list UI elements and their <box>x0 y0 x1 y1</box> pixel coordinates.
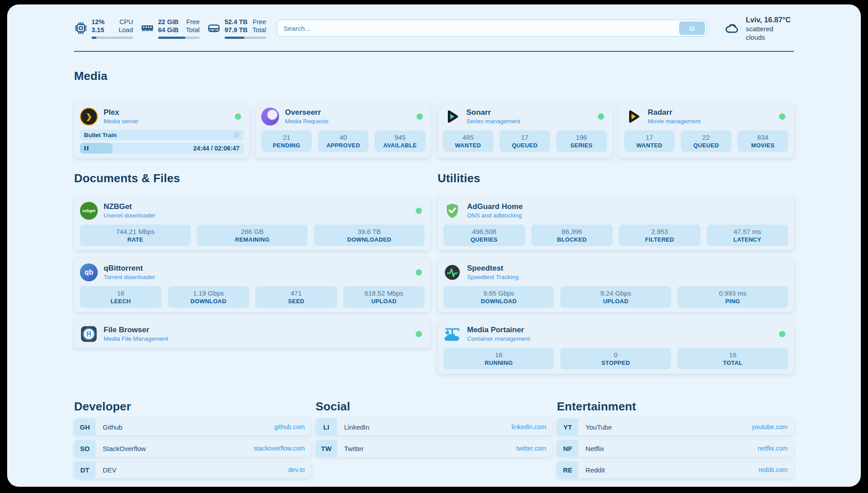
qbittorrent-name: qBittorrent <box>104 264 155 273</box>
search-input[interactable] <box>277 20 707 37</box>
link-stackoverflow[interactable]: SO StackOverflow stackoverflow.com <box>74 440 311 457</box>
disk-free-value: 52.4 TB <box>225 18 248 26</box>
adguard-icon <box>443 202 461 220</box>
link-youtube[interactable]: YT YouTube youtube.com <box>557 418 794 435</box>
player-settings-icon[interactable] <box>233 132 240 138</box>
nzbget-stat-remaining: 266 GB REMAINING <box>197 225 308 246</box>
top-bar: 12% 3.15 CPU Load <box>74 18 794 38</box>
qbittorrent-desc: Torrent downloader <box>104 273 155 281</box>
section-title-documents: Documents & Files <box>74 171 430 186</box>
speedtest-card[interactable]: Speedtest Speedtest Tracking 9.65 Gbps D… <box>438 258 794 312</box>
disk-icon <box>207 21 221 35</box>
cpu-widget: 12% 3.15 CPU Load <box>74 18 133 39</box>
radarr-stat-queued: 22 QUEUED <box>681 130 731 152</box>
cpu-usage-value: 12% <box>92 18 104 26</box>
qbittorrent-card[interactable]: qb qBittorrent Torrent downloader 16 LEE… <box>74 258 430 312</box>
speedtest-name: Speedtest <box>467 264 519 273</box>
linkedin-badge: LI <box>316 418 337 435</box>
filebrowser-icon <box>80 325 98 343</box>
sonarr-card[interactable]: Sonarr Series management 485 WANTED 17 Q… <box>437 102 613 158</box>
overseerr-card[interactable]: Overseerr Media Requests 21 PENDING 40 A… <box>255 102 431 158</box>
overseerr-status-dot <box>417 113 423 120</box>
sonarr-stat-series: 196 SERIES <box>556 130 607 152</box>
sonarr-name: Sonarr <box>467 108 521 117</box>
radarr-desc: Movie management <box>648 117 701 125</box>
section-title-developer: Developer <box>74 399 311 414</box>
sonarr-icon <box>443 108 461 125</box>
adguard-card[interactable]: AdGuard Home DNS and adblocking 498,508 … <box>438 196 794 251</box>
speedtest-icon <box>443 263 461 281</box>
now-playing-title: Bullet Train <box>84 132 117 138</box>
netflix-badge: NF <box>557 440 578 457</box>
nzbget-status-dot <box>416 208 422 214</box>
radarr-status-dot <box>779 113 785 120</box>
qbittorrent-stat-download: 1.19 Gbps DOWNLOAD <box>168 286 250 308</box>
portainer-card[interactable]: Media Portainer Container management 16 … <box>438 320 794 374</box>
radarr-stat-wanted: 17 WANTED <box>624 130 675 152</box>
link-twitter[interactable]: TW Twitter twitter.com <box>316 440 553 457</box>
link-github[interactable]: GH Github github.com <box>74 418 311 435</box>
section-title-utilities: Utilities <box>438 171 794 186</box>
ram-icon <box>141 21 154 35</box>
qbittorrent-icon: qb <box>80 263 98 281</box>
portainer-desc: Container management <box>467 335 530 343</box>
link-netflix[interactable]: NF Netflix netflix.com <box>557 440 794 457</box>
portainer-name: Media Portainer <box>467 326 530 334</box>
ram-total-label: Total <box>186 26 200 34</box>
plex-icon: ❯ <box>80 108 98 125</box>
plex-name: Plex <box>104 108 138 117</box>
sonarr-stat-queued: 17 QUEUED <box>500 130 550 152</box>
qbittorrent-stat-seed: 471 SEED <box>255 286 337 308</box>
portainer-stat-total: 16 TOTAL <box>677 348 788 369</box>
nzbget-desc: Usenet downloader <box>104 212 155 219</box>
overseerr-stat-pending: 21 PENDING <box>261 130 312 152</box>
radarr-stat-movies: 834 MOVIES <box>738 130 788 152</box>
link-linkedin[interactable]: LI LinkedIn linkedin.com <box>316 418 553 435</box>
pause-icon <box>84 146 88 150</box>
speedtest-stat-ping: 0.993 ms PING <box>677 286 788 308</box>
adguard-stat-blocked: 86,396 BLOCKED <box>531 225 613 246</box>
portainer-icon <box>443 325 461 343</box>
plex-card[interactable]: ❯ Plex Media server Bullet Train <box>74 102 250 158</box>
plex-desc: Media server <box>104 117 138 125</box>
qbittorrent-status-dot <box>416 269 422 276</box>
search-engine-button[interactable]: G <box>679 21 705 35</box>
filebrowser-status-dot <box>416 331 422 337</box>
sonarr-desc: Series management <box>467 117 521 125</box>
adguard-stat-latency: 47.57 ms LATENCY <box>707 225 789 246</box>
overseerr-desc: Media Requests <box>285 117 329 125</box>
nzbget-card[interactable]: nzbget NZBGet Usenet downloader 744.21 M… <box>74 196 430 251</box>
link-dev[interactable]: DT DEV dev.to <box>74 461 311 478</box>
disk-free-label: Free <box>252 18 266 26</box>
disk-total-label: Total <box>252 26 266 34</box>
sonarr-stat-wanted: 485 WANTED <box>443 130 493 152</box>
portainer-stat-running: 16 RUNNING <box>443 348 554 369</box>
cloud-icon <box>724 21 740 36</box>
section-title-media: Media <box>74 68 794 84</box>
search-bar: G <box>277 20 707 37</box>
disk-total-value: 97.9 TB <box>225 26 248 34</box>
ram-free-value: 22 GiB <box>158 18 179 26</box>
cpu-label: CPU <box>119 18 133 26</box>
link-reddit[interactable]: RE Reddit reddit.com <box>557 461 794 478</box>
portainer-status-dot <box>779 331 785 337</box>
nzbget-stat-rate: 744.21 Mbps RATE <box>80 225 191 246</box>
ram-total-value: 64 GiB <box>158 26 179 34</box>
radarr-card[interactable]: Radarr Movie management 17 WANTED 22 QUE… <box>618 102 794 158</box>
ram-free-label: Free <box>186 18 200 26</box>
sonarr-status-dot <box>598 113 604 120</box>
playback-progress-bar: 24:44 / 02:06:47 <box>80 143 244 154</box>
filebrowser-card[interactable]: File Browser Media File Management <box>74 320 430 348</box>
adguard-name: AdGuard Home <box>467 202 523 211</box>
disk-progress-bar <box>225 37 266 39</box>
header-divider <box>74 51 794 52</box>
adguard-stat-filtered: 2,953 FILTERED <box>619 225 701 246</box>
cpu-progress-bar <box>92 37 133 39</box>
weather-condition: scattered clouds <box>746 25 794 42</box>
weather-widget: Lviv, 16.87°C scattered clouds <box>724 15 794 42</box>
reddit-badge: RE <box>557 461 578 478</box>
overseerr-stat-available: 945 AVAILABLE <box>375 130 425 152</box>
overseerr-name: Overseerr <box>285 108 329 117</box>
qbittorrent-stat-leech: 16 LEECH <box>80 286 162 308</box>
qbittorrent-stat-upload: 618.52 Mbps UPLOAD <box>343 286 425 308</box>
